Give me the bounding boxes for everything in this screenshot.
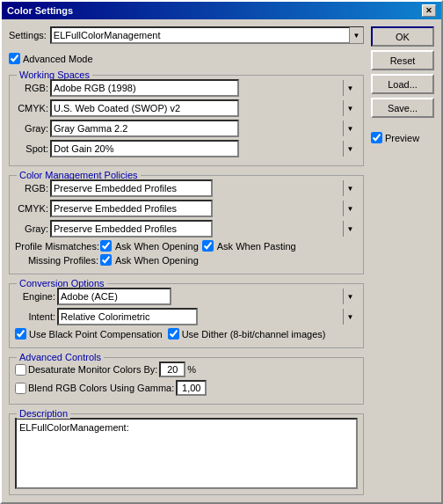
ws-cmyk-arrow-icon: ▼ — [343, 100, 357, 116]
desaturate-label: Desaturate Monitor Colors By: — [28, 364, 157, 375]
ask-when-pasting-label: Ask When Pasting — [217, 241, 296, 252]
preview-label: Preview — [385, 133, 419, 143]
co-engine-arrow-icon: ▼ — [343, 289, 357, 304]
co-intent-select[interactable]: Relative Colorimetric — [57, 308, 198, 325]
ws-spot-select[interactable]: Dot Gain 20% — [50, 140, 239, 157]
preview-checkbox[interactable] — [371, 132, 382, 143]
cmp-gray-select[interactable]: Preserve Embedded Profiles — [50, 220, 213, 237]
ask-when-opening-mismatch-label: Ask When Opening — [115, 241, 199, 252]
cmp-rgb-select-wrapper: Preserve Embedded Profiles ▼ — [50, 179, 358, 197]
left-panel: Settings: ELFullColorManagement ▼ Advanc… — [9, 26, 364, 495]
settings-label: Settings: — [9, 30, 47, 40]
cmp-gray-label: Gray: — [15, 223, 48, 234]
ac-blend-row: Blend RGB Colors Using Gamma: — [15, 380, 358, 396]
cmp-mismatches-row: Profile Mismatches: Ask When Opening Ask… — [15, 240, 358, 252]
cmp-rgb-arrow-icon: ▼ — [343, 180, 357, 196]
right-panel: OK Reset Load... Save... Preview — [371, 26, 434, 495]
cmp-gray-arrow-icon: ▼ — [343, 221, 357, 237]
ws-gray-row: Gray: Gray Gamma 2.2 ▼ — [15, 120, 358, 137]
close-button[interactable]: ✕ — [422, 4, 436, 17]
cmp-missing-row: Missing Profiles: Ask When Opening — [15, 254, 358, 266]
dither-label: Use Dither (8-bit/channel images) — [182, 329, 326, 340]
co-intent-label: Intent: — [15, 311, 55, 322]
load-button[interactable]: Load... — [371, 74, 434, 94]
blend-checkbox[interactable] — [15, 383, 26, 394]
ask-when-pasting-checkbox[interactable] — [202, 240, 214, 252]
cmp-rgb-select[interactable]: Preserve Embedded Profiles — [50, 179, 213, 197]
co-engine-row: Engine: Adobe (ACE) ▼ — [15, 288, 358, 305]
black-point-row: Use Black Point Compensation — [15, 328, 163, 340]
color-settings-window: Color Settings ✕ Settings: ELFullColorMa… — [0, 0, 443, 504]
co-intent-row: Intent: Relative Colorimetric ▼ — [15, 308, 358, 325]
dither-row: Use Dither (8-bit/channel images) — [168, 328, 326, 340]
ask-when-opening-missing-label: Ask When Opening — [115, 255, 199, 266]
settings-select-wrapper: ELFullColorManagement ▼ — [50, 26, 364, 44]
cmp-cmyk-select-wrapper: Preserve Embedded Profiles ▼ — [50, 200, 358, 217]
desaturate-value[interactable] — [159, 362, 185, 377]
dither-checkbox[interactable] — [168, 328, 179, 340]
description-text: ELFullColorManagement: — [15, 418, 358, 489]
ac-title: Advanced Controls — [17, 352, 104, 362]
window-body: Settings: ELFullColorManagement ▼ Advanc… — [2, 19, 441, 502]
advanced-mode-row: Advanced Mode — [9, 53, 364, 64]
title-bar-buttons: ✕ — [422, 4, 436, 17]
black-point-checkbox[interactable] — [15, 328, 26, 340]
advanced-mode-checkbox[interactable] — [9, 53, 20, 64]
cmp-missing-checks: Ask When Opening — [100, 254, 199, 266]
cmp-missing-label: Missing Profiles: — [15, 255, 98, 266]
advanced-mode-label: Advanced Mode — [23, 54, 93, 64]
cmp-rgb-row: RGB: Preserve Embedded Profiles ▼ — [15, 179, 358, 197]
advanced-controls-group: Advanced Controls Desaturate Monitor Col… — [9, 357, 364, 405]
blend-value[interactable] — [176, 380, 207, 396]
co-options-row: Use Black Point Compensation Use Dither … — [15, 328, 358, 340]
conversion-options-group: Conversion Options Engine: Adobe (ACE) ▼… — [9, 283, 364, 348]
ac-desaturate-row: Desaturate Monitor Colors By: % — [15, 362, 358, 377]
ok-button[interactable]: OK — [371, 26, 434, 47]
ws-spot-row: Spot: Dot Gain 20% ▼ — [15, 140, 358, 157]
cmp-cmyk-select[interactable]: Preserve Embedded Profiles — [50, 200, 213, 217]
ws-cmyk-select-wrapper: U.S. Web Coated (SWOP) v2 ▼ — [50, 99, 358, 117]
cmp-rgb-label: RGB: — [15, 183, 48, 194]
desaturate-checkbox[interactable] — [15, 364, 26, 376]
cmp-cmyk-arrow-icon: ▼ — [343, 201, 357, 216]
black-point-label: Use Black Point Compensation — [29, 329, 163, 340]
ws-gray-select[interactable]: Gray Gamma 2.2 — [50, 120, 239, 137]
ws-rgb-arrow-icon: ▼ — [343, 80, 357, 96]
ws-gray-select-wrapper: Gray Gamma 2.2 ▼ — [50, 120, 358, 137]
cmp-gray-select-wrapper: Preserve Embedded Profiles ▼ — [50, 220, 358, 237]
co-engine-select-wrapper: Adobe (ACE) ▼ — [57, 288, 358, 305]
reset-button[interactable]: Reset — [371, 50, 434, 70]
cmp-mismatches-checks: Ask When Opening Ask When Pasting — [100, 240, 296, 252]
ws-rgb-select[interactable]: Adobe RGB (1998) — [50, 79, 239, 97]
window-title: Color Settings — [7, 5, 73, 16]
ws-cmyk-select[interactable]: U.S. Web Coated (SWOP) v2 — [50, 99, 239, 117]
desaturate-unit: % — [187, 364, 196, 375]
co-engine-label: Engine: — [15, 291, 55, 302]
co-intent-select-wrapper: Relative Colorimetric ▼ — [57, 308, 358, 325]
cmp-cmyk-row: CMYK: Preserve Embedded Profiles ▼ — [15, 200, 358, 217]
working-spaces-group: Working Spaces RGB: Adobe RGB (1998) ▼ C… — [9, 75, 364, 166]
ws-spot-select-wrapper: Dot Gain 20% ▼ — [50, 140, 358, 157]
ws-cmyk-label: CMYK: — [15, 103, 48, 113]
settings-row: Settings: ELFullColorManagement ▼ — [9, 26, 364, 44]
title-bar: Color Settings ✕ — [2, 2, 441, 19]
co-intent-arrow-icon: ▼ — [343, 309, 357, 325]
ws-spot-label: Spot: — [15, 143, 48, 154]
preview-row: Preview — [371, 132, 434, 143]
description-group: Description ELFullColorManagement: — [9, 413, 364, 495]
ask-when-opening-missing-checkbox[interactable] — [100, 254, 112, 266]
color-management-policies-group: Color Management Policies RGB: Preserve … — [9, 175, 364, 274]
ask-when-opening-mismatch-checkbox[interactable] — [100, 240, 112, 252]
cmp-cmyk-label: CMYK: — [15, 203, 48, 214]
ws-cmyk-row: CMYK: U.S. Web Coated (SWOP) v2 ▼ — [15, 99, 358, 117]
spacer — [371, 121, 434, 128]
ws-rgb-row: RGB: Adobe RGB (1998) ▼ — [15, 79, 358, 97]
ws-spot-arrow-icon: ▼ — [343, 141, 357, 157]
settings-select[interactable]: ELFullColorManagement — [50, 26, 364, 44]
ws-rgb-label: RGB: — [15, 83, 48, 93]
save-button[interactable]: Save... — [371, 98, 434, 118]
co-engine-select[interactable]: Adobe (ACE) — [57, 288, 171, 305]
ws-gray-arrow-icon: ▼ — [343, 121, 357, 136]
desc-title: Description — [17, 408, 70, 419]
blend-label: Blend RGB Colors Using Gamma: — [28, 383, 174, 393]
